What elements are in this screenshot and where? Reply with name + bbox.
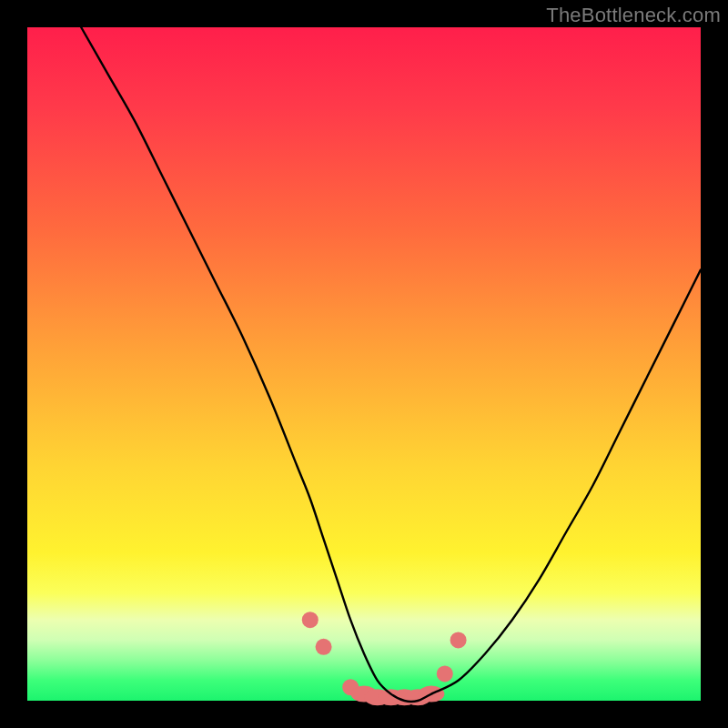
highlight-dot [316,639,332,655]
plot-area [27,27,701,701]
highlight-dot [437,665,453,682]
bottleneck-curve [81,27,701,702]
curve-layer [27,27,701,701]
marker-group [302,612,467,705]
watermark-text: TheBottleneck.com [546,4,721,27]
chart-frame: TheBottleneck.com [0,0,728,728]
highlight-dot [450,632,467,648]
highlight-dot [302,612,318,628]
